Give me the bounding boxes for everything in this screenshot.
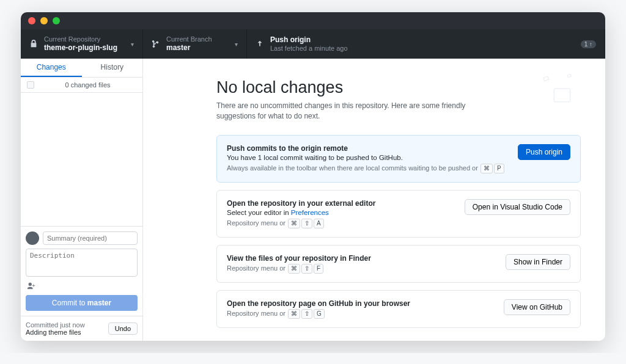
card-hint: Repository menu or ⌘⇧G — [227, 309, 410, 319]
branch-value: master — [166, 43, 229, 52]
push-origin-toolbar[interactable]: Push origin Last fetched a minute ago 1 … — [247, 29, 605, 59]
keyboard-key: ⌘ — [288, 219, 300, 228]
keyboard-key: F — [314, 264, 323, 274]
card-hint: Repository menu or ⌘⇧A — [227, 219, 375, 228]
suggestion-card: Open the repository page on GitHub in yo… — [216, 290, 581, 328]
svg-rect-0 — [554, 89, 570, 102]
repo-label: Current Repository — [44, 35, 125, 43]
preferences-link[interactable]: Preferences — [291, 209, 329, 216]
keyboard-key: ⌘ — [481, 164, 493, 173]
keyboard-key: ⌘ — [288, 264, 300, 274]
file-list — [21, 93, 142, 226]
card-action-button[interactable]: Show in Finder — [506, 254, 570, 270]
card-body: Select your editor in Preferences — [227, 209, 375, 216]
push-up-icon — [256, 40, 264, 48]
add-coauthor-button[interactable] — [26, 280, 37, 291]
commit-button[interactable]: Commit to master — [26, 295, 138, 311]
card-hint: Always available in the toolbar when the… — [227, 164, 505, 173]
lock-icon — [29, 40, 38, 48]
toolbar: Current Repository theme-or-plugin-slug … — [21, 29, 605, 59]
keyboard-key: ⇧ — [301, 264, 312, 274]
keyboard-key: P — [494, 164, 504, 173]
recent-commit-message: Adding theme files — [26, 329, 85, 336]
keyboard-key: A — [314, 219, 324, 228]
page-subtitle: There are no uncommitted changes in this… — [216, 101, 473, 122]
minimize-window-button[interactable] — [40, 17, 48, 24]
commit-panel: Commit to master — [21, 226, 142, 316]
card-title: Push commits to the origin remote — [227, 144, 505, 153]
undo-button[interactable]: Undo — [108, 322, 138, 335]
repo-value: theme-or-plugin-slug — [44, 43, 125, 52]
decoration-icon — [538, 67, 581, 110]
card-title: Open the repository page on GitHub in yo… — [227, 299, 410, 308]
recent-commit: Committed just now Adding theme files Un… — [21, 316, 142, 341]
chevron-down-icon: ▾ — [131, 41, 134, 48]
repo-selector[interactable]: Current Repository theme-or-plugin-slug … — [21, 29, 143, 59]
select-all-checkbox[interactable] — [27, 81, 34, 89]
keyboard-key: ⇧ — [301, 309, 312, 319]
suggestion-card: Open the repository in your external edi… — [216, 190, 581, 238]
push-sub: Last fetched a minute ago — [270, 45, 575, 53]
keyboard-key: ⌘ — [288, 309, 300, 319]
avatar — [26, 231, 39, 245]
branch-label: Current Branch — [166, 35, 229, 43]
page-title: No local changes — [216, 78, 581, 97]
chevron-down-icon: ▾ — [235, 41, 238, 48]
titlebar — [21, 12, 605, 29]
card-action-button[interactable]: Open in Visual Studio Code — [465, 199, 570, 215]
recent-commit-time: Committed just now — [26, 321, 85, 329]
tab-history[interactable]: History — [82, 59, 143, 77]
keyboard-key: G — [314, 309, 325, 319]
card-action-button[interactable]: View on GitHub — [504, 299, 570, 315]
suggestion-card: Push commits to the origin remoteYou hav… — [216, 135, 581, 183]
changed-file-count: 0 changed files — [39, 81, 136, 89]
card-hint: Repository menu or ⌘⇧F — [227, 264, 371, 274]
suggestion-card: View the files of your repository in Fin… — [216, 245, 581, 283]
tab-changes[interactable]: Changes — [21, 59, 82, 77]
keyboard-key: ⇧ — [301, 219, 312, 228]
maximize-window-button[interactable] — [53, 17, 60, 24]
card-title: View the files of your repository in Fin… — [227, 254, 371, 263]
push-badge: 1 ↑ — [581, 40, 596, 48]
app-window: Current Repository theme-or-plugin-slug … — [21, 12, 605, 341]
main-content: No local changes There are no uncommitte… — [143, 59, 605, 341]
summary-input[interactable] — [43, 231, 138, 245]
card-title: Open the repository in your external edi… — [227, 199, 375, 208]
card-action-button[interactable]: Push origin — [518, 144, 570, 160]
description-input[interactable] — [26, 249, 138, 277]
card-body: You have 1 local commit waiting to be pu… — [227, 154, 505, 161]
push-label: Push origin — [270, 35, 575, 44]
branch-icon — [152, 40, 160, 48]
branch-selector[interactable]: Current Branch master ▾ — [143, 29, 247, 59]
close-window-button[interactable] — [28, 17, 35, 24]
sidebar: Changes History 0 changed files Commit t… — [21, 59, 143, 341]
